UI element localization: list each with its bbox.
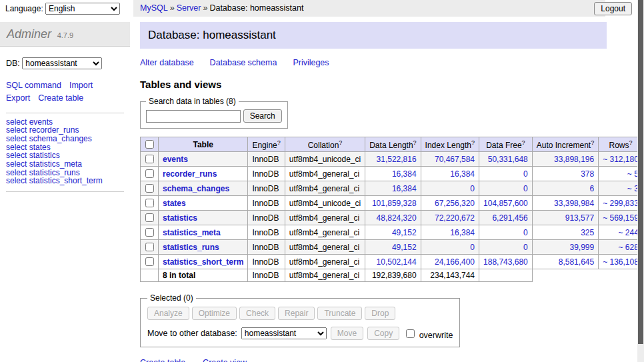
index-length-link[interactable]: 24,166,400: [435, 257, 475, 267]
row-checkbox[interactable]: [145, 213, 154, 222]
overwrite-checkbox[interactable]: [406, 329, 415, 338]
search-input[interactable]: [146, 110, 241, 123]
data-free-link[interactable]: 0: [523, 228, 528, 237]
engine-cell: InnoDB: [248, 240, 285, 255]
row-checkbox[interactable]: [145, 243, 154, 251]
db-nav-link[interactable]: Alter database: [140, 58, 194, 67]
help-link[interactable]: ?: [522, 139, 525, 146]
analyze-button[interactable]: Analyze: [147, 307, 189, 320]
data-length-link[interactable]: 31,522,816: [377, 155, 417, 164]
move-button[interactable]: Move: [331, 327, 363, 340]
data-free-link[interactable]: 0: [523, 169, 528, 179]
index-length-link[interactable]: 16,384: [450, 169, 475, 179]
table-name-cell: events: [159, 152, 248, 167]
help-link[interactable]: ?: [629, 139, 633, 146]
drop-button[interactable]: Drop: [365, 307, 395, 320]
row-checkbox[interactable]: [145, 228, 154, 237]
row-checkbox[interactable]: [145, 199, 154, 207]
rows-link[interactable]: ~ 569,159: [603, 213, 639, 223]
auto-increment-link[interactable]: 33,398,984: [554, 199, 594, 208]
sidebar-sql-command-link[interactable]: SQL command: [6, 81, 61, 90]
repair-button[interactable]: Repair: [278, 307, 315, 320]
select-all-checkbox[interactable]: [145, 140, 154, 149]
index-length-link[interactable]: 0: [470, 243, 475, 252]
data-free-link[interactable]: 188,743,680: [483, 257, 528, 267]
move-db-select[interactable]: homeassistant: [241, 327, 327, 339]
db-nav-link[interactable]: Privileges: [293, 58, 329, 67]
search-button[interactable]: Search: [243, 109, 282, 123]
data-free-link[interactable]: 50,331,648: [488, 155, 528, 164]
help-link[interactable]: ?: [277, 139, 281, 146]
help-link[interactable]: ?: [591, 139, 594, 146]
rows-link[interactable]: ~ 136,108: [603, 257, 639, 267]
rows-link[interactable]: ~ 312,180: [603, 155, 639, 164]
vertical-scrollbar[interactable]: [637, 0, 644, 362]
rows-link[interactable]: ~ 299,833: [603, 199, 639, 208]
sidebar-table-link[interactable]: select statistics_short_term: [6, 177, 124, 185]
auto-increment-cell: 8,581,645: [532, 255, 598, 269]
table-name-link[interactable]: events: [163, 155, 188, 164]
sidebar-import-link[interactable]: Import: [69, 81, 93, 90]
check-button[interactable]: Check: [239, 307, 275, 320]
index-length-cell: 72,220,672: [421, 211, 479, 225]
table-name-link[interactable]: states: [163, 199, 186, 208]
table-name-link[interactable]: statistics: [163, 213, 197, 223]
row-checkbox[interactable]: [145, 155, 154, 163]
create-link[interactable]: Create view: [203, 358, 247, 362]
help-link[interactable]: ?: [413, 139, 417, 146]
data-free-link[interactable]: 6,291,456: [492, 213, 527, 223]
db-select[interactable]: homeassistant: [22, 57, 102, 69]
sidebar-create-table-link[interactable]: Create table: [38, 93, 83, 103]
adminer-logo[interactable]: Adminer: [7, 27, 51, 41]
table-name-link[interactable]: statistics_short_term: [163, 257, 243, 267]
data-length-link[interactable]: 49,152: [392, 228, 417, 237]
column-header: Data Length?: [365, 137, 421, 152]
auto-increment-link[interactable]: 33,898,196: [554, 155, 594, 164]
data-length-link[interactable]: 16,384: [392, 184, 417, 193]
auto-increment-link[interactable]: 39,999: [569, 243, 594, 252]
data-length-link[interactable]: 49,152: [392, 243, 417, 252]
auto-increment-link[interactable]: 378: [581, 169, 594, 179]
language-select[interactable]: English: [45, 3, 120, 15]
sidebar-table-link[interactable]: select schema_changes: [6, 135, 124, 143]
index-length-link[interactable]: 0: [470, 184, 475, 193]
data-length-link[interactable]: 48,824,320: [377, 213, 417, 223]
table-name-link[interactable]: statistics_runs: [163, 243, 219, 252]
index-length-link[interactable]: 72,220,672: [435, 213, 475, 223]
data-length-link[interactable]: 16,384: [392, 169, 417, 179]
auto-increment-link[interactable]: 325: [581, 228, 594, 237]
copy-button[interactable]: Copy: [367, 327, 399, 340]
rows-link[interactable]: ~ 244: [619, 228, 639, 237]
rows-link[interactable]: ~ 628: [619, 243, 639, 252]
auto-increment-link[interactable]: 8,581,645: [559, 257, 594, 267]
create-link[interactable]: Create table: [140, 358, 185, 362]
sidebar-table-link[interactable]: select recorder_runs: [6, 126, 124, 135]
breadcrumb-server-link[interactable]: Server: [177, 3, 201, 13]
data-free-link[interactable]: 0: [523, 243, 528, 252]
data-length-link[interactable]: 101,859,328: [372, 199, 417, 208]
sidebar-table-link[interactable]: select statistics_meta: [6, 160, 124, 169]
scrollbar-thumb[interactable]: [638, 0, 643, 344]
data-free-link[interactable]: 0: [523, 184, 528, 193]
index-length-link[interactable]: 67,256,320: [435, 199, 475, 208]
data-free-link[interactable]: 104,857,600: [483, 199, 528, 208]
row-checkbox[interactable]: [145, 257, 154, 266]
index-length-link[interactable]: 70,467,584: [435, 155, 475, 164]
table-name-link[interactable]: recorder_runs: [163, 169, 217, 179]
logout-button[interactable]: Logout: [594, 2, 632, 15]
table-name-link[interactable]: statistics_meta: [163, 228, 221, 237]
table-name-link[interactable]: schema_changes: [163, 184, 229, 193]
data-length-link[interactable]: 10,502,144: [377, 257, 417, 267]
help-link[interactable]: ?: [339, 139, 342, 146]
auto-increment-link[interactable]: 913,577: [565, 213, 594, 223]
auto-increment-link[interactable]: 6: [589, 184, 594, 193]
sidebar-export-link[interactable]: Export: [6, 93, 30, 103]
breadcrumb-mysql-link[interactable]: MySQL: [140, 3, 168, 13]
index-length-link[interactable]: 16,384: [450, 228, 475, 237]
row-checkbox[interactable]: [145, 169, 154, 178]
help-link[interactable]: ?: [471, 139, 475, 146]
optimize-button[interactable]: Optimize: [192, 307, 237, 320]
row-checkbox[interactable]: [145, 184, 154, 193]
db-nav-link[interactable]: Database schema: [210, 58, 277, 67]
truncate-button[interactable]: Truncate: [317, 307, 362, 320]
